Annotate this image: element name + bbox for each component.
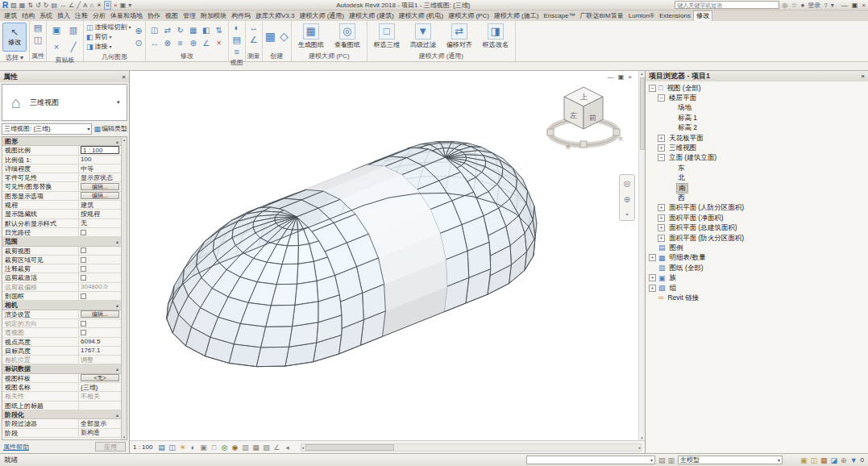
tree-item-label[interactable]: 明细表/数量 [668, 253, 708, 262]
property-section-header[interactable]: 相机 ▴ [2, 301, 121, 310]
view-window-button[interactable]: × [628, 73, 632, 81]
qat-icon[interactable]: ▦ [19, 2, 26, 9]
close-icon[interactable]: × [122, 73, 126, 81]
selection-toggle-icon[interactable]: ▣ [800, 456, 808, 464]
ribbon-tool-icon[interactable]: ▤ [233, 35, 241, 44]
modify-tool-icon[interactable]: ⇅ [216, 26, 222, 35]
drawing-area[interactable]: —▣× 南 东 上 左 前 [130, 71, 645, 453]
property-input[interactable]: 1 : 100 [81, 146, 119, 154]
tree-expand-icon[interactable]: + [658, 214, 665, 222]
tree-item-label[interactable]: 立面 (建筑立面) [667, 153, 718, 162]
ribbon-tab[interactable]: 附加模块 [198, 11, 229, 21]
ribbon-tab[interactable]: 族库大师V3.3 [253, 11, 297, 21]
qat-icon[interactable]: ▣ [120, 2, 127, 9]
tree-item[interactable]: − 立面 (建筑立面) [646, 153, 868, 163]
tree-item[interactable]: + 面积平面 (人防分区面积) [646, 203, 868, 213]
view-control-icon[interactable]: ☀ [177, 443, 187, 452]
compass-south-label[interactable]: 南 [566, 144, 571, 149]
titlebar-icon[interactable]: ◎ [782, 2, 787, 9]
property-checkbox[interactable] [81, 330, 86, 335]
ribbon-tab[interactable]: 修改 [693, 10, 712, 21]
modify-tool-icon[interactable]: ↻ [177, 26, 184, 35]
modify-tool-icon[interactable]: ⊗ [164, 39, 171, 48]
view-control-icon[interactable]: ◉ [230, 443, 239, 452]
ribbon-tool-icon[interactable]: ▥ [69, 25, 77, 35]
tree-item-label[interactable]: 视图 (全部) [665, 84, 702, 93]
modify-tool-icon[interactable]: ⇄ [164, 26, 171, 35]
ribbon-tool-icon[interactable]: ∠ [250, 35, 258, 44]
tree-item[interactable]: ▤ 图例 [646, 243, 868, 252]
modify-tool-icon[interactable]: ⊕ [190, 39, 197, 48]
modify-tool-icon[interactable]: ◧ [202, 26, 210, 35]
titlebar-icon[interactable]: ☆ [791, 2, 797, 9]
qat-icon[interactable]: ▨ [10, 2, 17, 9]
view-control-icon[interactable]: ◎ [219, 443, 229, 452]
qat-icon[interactable]: ▤ [51, 2, 57, 9]
tree-item-label[interactable]: 楼层平面 [667, 94, 698, 102]
tree-item-label[interactable]: 三维视图 [667, 144, 698, 152]
compass-east-label[interactable]: 东 [618, 135, 623, 141]
ribbon-tool-icon[interactable]: × [54, 42, 59, 52]
tree-item[interactable]: − □ 视图 (全部) [646, 83, 868, 93]
tree-expand-icon[interactable]: − [658, 94, 665, 102]
tree-item[interactable]: + 三维视图 [646, 143, 868, 152]
ribbon-big-tool[interactable]: □ 框选三维 [370, 23, 404, 49]
tree-item-label[interactable]: 组 [668, 284, 679, 293]
window-button[interactable]: — [841, 2, 848, 9]
qat-icon[interactable]: ↺ [35, 2, 41, 9]
qat-icon[interactable]: ☀ [96, 2, 102, 9]
tree-expand-icon[interactable]: − [658, 154, 665, 161]
tree-expand-icon[interactable]: + [658, 135, 665, 142]
compass-tab[interactable] [613, 129, 620, 135]
tree-item[interactable]: ∞ Revit 链接 [646, 293, 868, 302]
tree-item[interactable]: ▥ 图纸 (全部) [646, 263, 868, 273]
ribbon-tab[interactable]: Enscape™ [541, 11, 577, 21]
property-button[interactable]: 编辑... [81, 192, 119, 199]
close-icon[interactable]: × [861, 73, 865, 80]
ribbon-big-tool[interactable]: ⇄ 偏移对齐 [442, 23, 476, 49]
navigation-tool-icon[interactable]: ▾ [625, 211, 628, 217]
tree-item[interactable]: 标高 1 [646, 113, 868, 123]
tree-expand-icon[interactable]: + [658, 235, 665, 242]
view-control-icon[interactable]: ▣ [198, 443, 208, 452]
ribbon-tool[interactable]: ◨ 连接 ▾ [86, 42, 131, 51]
vertical-scrollbar[interactable]: ▴ ▾ [638, 71, 645, 440]
tree-item[interactable]: + ▧ 组 [646, 283, 868, 293]
view-control-icon[interactable]: ◫ [167, 443, 177, 452]
help-search-input[interactable] [675, 1, 779, 9]
qat-icon[interactable]: × [114, 2, 118, 9]
view-control-icon[interactable]: ◐ [188, 443, 197, 452]
view-control-icon[interactable]: ▧ [261, 443, 271, 452]
property-section-header[interactable]: 标识数据 ▴ [2, 364, 121, 373]
ribbon-tab[interactable]: 建模大师 (施工) [492, 11, 542, 21]
window-button[interactable]: × [862, 2, 866, 9]
ribbon-tab[interactable]: 建模大师 (通用) [297, 11, 347, 21]
property-section-header[interactable]: 图形 ▴ [2, 137, 121, 146]
status-icon[interactable]: ▤ [658, 456, 666, 464]
qat-icon[interactable]: ↻ [44, 2, 49, 9]
qat-icon[interactable]: ⌂ [89, 2, 93, 9]
properties-help-link[interactable]: 属性帮助 [3, 443, 29, 451]
tree-item[interactable]: + ▣ 族 [646, 273, 868, 282]
tree-expand-icon[interactable]: + [649, 285, 656, 292]
view-window-button[interactable]: ▣ [618, 73, 625, 81]
ribbon-tab[interactable]: 插入 [55, 11, 73, 21]
tree-item-label[interactable]: 天花板平面 [667, 134, 705, 143]
ribbon-tab[interactable]: 体量和场地 [108, 11, 145, 21]
qat-icon[interactable]: ⇅ [27, 2, 33, 9]
ribbon-tab[interactable]: 协作 [145, 11, 163, 21]
property-checkbox[interactable] [81, 293, 86, 299]
tree-item-label[interactable]: 东 [676, 164, 687, 173]
tree-item[interactable]: 场地 [646, 103, 868, 113]
property-section-header[interactable]: 阶段化 ▴ [2, 410, 121, 419]
tree-item-label[interactable]: 面积平面 (人防分区面积) [667, 203, 745, 212]
navigation-tool-icon[interactable]: ◎ [624, 179, 631, 188]
tree-item-label[interactable]: 西 [676, 193, 687, 202]
ribbon-tab[interactable]: Extensions [657, 11, 693, 21]
ribbon-tab[interactable]: 建模大师 (机电) [397, 11, 446, 21]
ribbon-tool-icon[interactable]: ▦ [265, 31, 276, 41]
property-checkbox[interactable] [81, 230, 86, 235]
titlebar-icon[interactable]: ● [800, 2, 804, 9]
property-checkbox[interactable] [81, 257, 86, 263]
selection-toggle-icon[interactable]: ⊕ [841, 456, 847, 464]
